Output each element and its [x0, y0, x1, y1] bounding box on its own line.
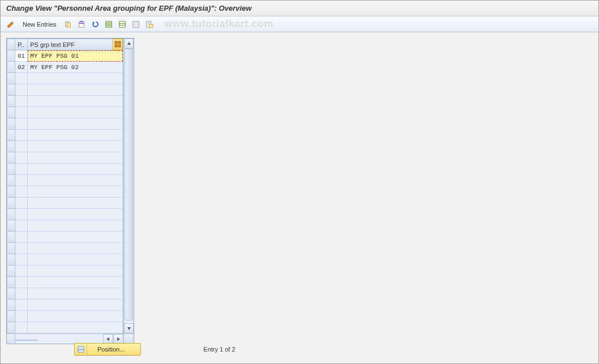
- cell-text[interactable]: [28, 130, 123, 141]
- table-row[interactable]: [7, 186, 123, 198]
- position-button[interactable]: Position...: [74, 343, 141, 356]
- table-row[interactable]: [7, 73, 123, 84]
- row-selector[interactable]: [7, 243, 15, 254]
- row-selector[interactable]: [7, 152, 15, 164]
- cell-text[interactable]: MY EPF PSG 02: [28, 62, 123, 73]
- cell-p[interactable]: [15, 130, 28, 141]
- cell-text[interactable]: [28, 265, 123, 277]
- table-row[interactable]: [7, 130, 123, 141]
- row-selector[interactable]: [7, 220, 15, 232]
- cell-text[interactable]: [28, 107, 123, 118]
- table-row[interactable]: [7, 164, 123, 175]
- table-settings-button[interactable]: [113, 39, 123, 50]
- cell-text[interactable]: [28, 311, 123, 322]
- row-selector[interactable]: [7, 311, 15, 322]
- scroll-down-button[interactable]: [124, 323, 134, 333]
- cell-text[interactable]: [28, 299, 123, 311]
- cell-text[interactable]: [28, 243, 123, 254]
- row-selector[interactable]: [7, 164, 15, 175]
- row-selector[interactable]: [7, 141, 15, 152]
- delete-button[interactable]: [76, 19, 87, 30]
- cell-p[interactable]: [15, 84, 28, 96]
- cell-p[interactable]: [15, 288, 28, 299]
- table-row[interactable]: [7, 118, 123, 130]
- row-selector[interactable]: [7, 175, 15, 186]
- row-selector[interactable]: [7, 232, 15, 243]
- table-row[interactable]: [7, 84, 123, 96]
- cell-p[interactable]: [15, 220, 28, 232]
- cell-p[interactable]: [15, 186, 28, 198]
- cell-text[interactable]: MY EPF PSG 01: [28, 50, 123, 62]
- cell-text[interactable]: [28, 118, 123, 130]
- row-selector[interactable]: [7, 198, 15, 209]
- table-row[interactable]: [7, 311, 123, 322]
- cell-text[interactable]: [28, 209, 123, 220]
- row-selector[interactable]: [7, 50, 15, 62]
- cell-text[interactable]: [28, 277, 123, 288]
- table-row[interactable]: [7, 175, 123, 186]
- vertical-scroll-track[interactable]: [124, 49, 134, 323]
- cell-p[interactable]: [15, 265, 28, 277]
- cell-p[interactable]: [15, 118, 28, 130]
- table-row[interactable]: [7, 277, 123, 288]
- cell-p[interactable]: [15, 299, 28, 311]
- cell-text[interactable]: [28, 164, 123, 175]
- cell-p[interactable]: [15, 96, 28, 107]
- cell-text[interactable]: [28, 152, 123, 164]
- cell-p[interactable]: [15, 232, 28, 243]
- cell-text[interactable]: [28, 141, 123, 152]
- cell-p[interactable]: [15, 107, 28, 118]
- new-entries-button[interactable]: New Entries: [19, 19, 60, 29]
- row-selector[interactable]: [7, 277, 15, 288]
- table-row[interactable]: [7, 265, 123, 277]
- cell-text[interactable]: [28, 96, 123, 107]
- cell-p[interactable]: [15, 277, 28, 288]
- row-selector-header[interactable]: [7, 39, 15, 50]
- row-selector[interactable]: [7, 118, 15, 130]
- table-row[interactable]: [7, 220, 123, 232]
- table-row[interactable]: [7, 254, 123, 265]
- cell-text[interactable]: [28, 186, 123, 198]
- table-row[interactable]: [7, 141, 123, 152]
- table-row[interactable]: [7, 288, 123, 299]
- cell-p[interactable]: [15, 164, 28, 175]
- toggle-display-change-button[interactable]: [5, 19, 16, 30]
- cell-p[interactable]: [15, 311, 28, 322]
- cell-p[interactable]: [15, 254, 28, 265]
- row-selector[interactable]: [7, 299, 15, 311]
- table-row[interactable]: [7, 299, 123, 311]
- table-row[interactable]: [7, 322, 123, 333]
- select-block-button[interactable]: [117, 19, 128, 30]
- table-row[interactable]: [7, 107, 123, 118]
- cell-text[interactable]: [28, 288, 123, 299]
- cell-p[interactable]: [15, 175, 28, 186]
- table-row[interactable]: [7, 152, 123, 164]
- cell-text[interactable]: [28, 254, 123, 265]
- cell-text[interactable]: [28, 198, 123, 209]
- cell-p[interactable]: [15, 322, 28, 333]
- scroll-up-button[interactable]: [124, 38, 134, 49]
- table-row[interactable]: [7, 243, 123, 254]
- row-selector[interactable]: [7, 322, 15, 333]
- cell-p[interactable]: 01: [15, 50, 28, 62]
- cell-p[interactable]: [15, 198, 28, 209]
- row-selector[interactable]: [7, 288, 15, 299]
- table-row[interactable]: 02MY EPF PSG 02: [7, 62, 123, 73]
- row-selector[interactable]: [7, 186, 15, 198]
- cell-p[interactable]: [15, 141, 28, 152]
- cell-p[interactable]: 02: [15, 62, 28, 73]
- deselect-all-button[interactable]: [130, 19, 142, 30]
- cell-p[interactable]: [15, 152, 28, 164]
- data-table[interactable]: P.. PS grp text EPF 01MY EPF PSG 0102MY …: [7, 38, 123, 333]
- table-row[interactable]: [7, 198, 123, 209]
- table-row[interactable]: 01MY EPF PSG 01: [7, 50, 123, 62]
- cell-p[interactable]: [15, 73, 28, 84]
- table-row[interactable]: [7, 209, 123, 220]
- row-selector[interactable]: [7, 209, 15, 220]
- vertical-scroll-thumb[interactable]: [125, 49, 133, 320]
- cell-p[interactable]: [15, 243, 28, 254]
- row-selector[interactable]: [7, 73, 15, 84]
- row-selector[interactable]: [7, 130, 15, 141]
- cell-text[interactable]: [28, 232, 123, 243]
- table-row[interactable]: [7, 232, 123, 243]
